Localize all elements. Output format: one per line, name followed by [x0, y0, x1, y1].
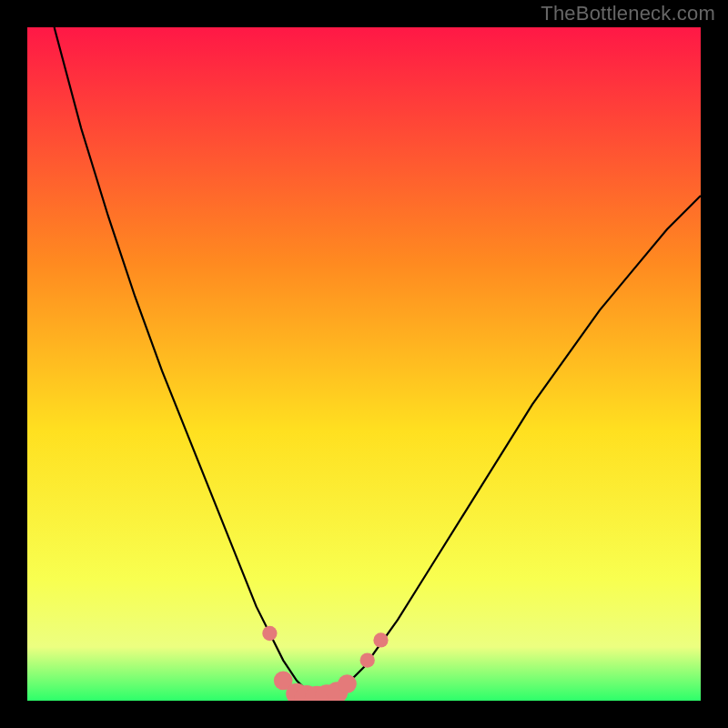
curve-marker: [373, 632, 388, 647]
watermark-text: TheBottleneck.com: [541, 2, 715, 25]
plot-area: [27, 27, 701, 701]
curve-marker: [338, 674, 357, 693]
curve-marker: [360, 652, 375, 667]
curve-marker: [262, 626, 277, 641]
chart-frame: TheBottleneck.com: [0, 0, 728, 728]
chart-svg: [27, 27, 701, 701]
gradient-background: [27, 27, 701, 701]
